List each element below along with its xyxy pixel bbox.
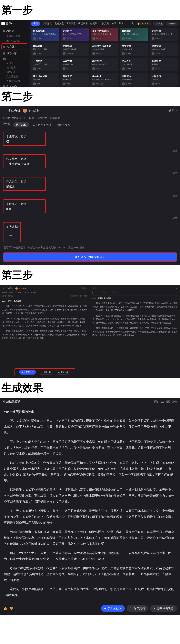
regen-link[interactable]: 重新生成 (消耗2积分)	[71, 294, 88, 297]
card-desc: 生成绘画提示词	[92, 48, 117, 50]
my-item-4[interactable]: 人像美化记录	[1, 79, 27, 83]
card-desc: 智能续写后续内容	[63, 48, 87, 50]
my-item-1[interactable]: 稿纸记录	[1, 66, 27, 70]
card-avatar	[92, 37, 95, 40]
creation-icon	[3, 52, 5, 54]
regen-link[interactable]: ↻ 重新生成 (消耗2积分)	[150, 400, 177, 404]
card-desc: 根据类型生成稿子	[92, 63, 117, 66]
sidebar-center[interactable]: 个人中心	[1, 84, 27, 86]
template-card-4[interactable]: 文本扩写短句扩成一篇打动人心文章创作大师	[150, 28, 178, 41]
card-title: 邮件帮写	[152, 44, 176, 48]
tab-5[interactable]: 短视频	[90, 22, 97, 25]
back-icon[interactable]: ←	[3, 109, 6, 112]
example-tab-2[interactable]: 财富与道德	[55, 122, 73, 128]
type-input[interactable]	[6, 185, 43, 188]
recharge-button[interactable]: 立即充值	[153, 22, 164, 26]
sidebar-sub2[interactable]: 图片生成图片	[1, 39, 27, 43]
tool-icon[interactable]	[119, 291, 121, 294]
sidebar-home[interactable]: AI首页	[1, 28, 27, 34]
template-card-6[interactable]: 文本续写智能续写后续内容杰克先生	[61, 43, 89, 56]
underline-icon[interactable]	[101, 291, 104, 294]
tab-2[interactable]: 电商文案	[55, 22, 64, 25]
page-subtitle: AI生成作文题目、评分标准、优秀范文，篇篇精彩	[0, 115, 180, 122]
tab-1[interactable]: 媒体运营	[43, 22, 52, 25]
sidebar-creation[interactable]: AI绘作馆	[1, 50, 27, 56]
clear-words[interactable]: 清空	[0, 216, 180, 220]
tab-3[interactable]: 工作效率	[66, 22, 76, 25]
share-icon: ↗	[175, 109, 177, 112]
strike-icon[interactable]	[105, 291, 108, 294]
sidebar: 篇章AI AI首页 文字生成图片 图片生成图片 AI文案 AI绘作馆 我的 全作…	[0, 20, 29, 86]
template-card-9[interactable]: 邮件帮写智能生成邮件内容清水AI	[150, 43, 178, 56]
template-card-3[interactable]: 爆款标题根据文案生成爆款标题清水AI	[120, 28, 148, 41]
template-card-7[interactable]: AI绘画提示词生成生成绘画提示词序列AI	[90, 43, 118, 56]
words-input[interactable]	[6, 208, 43, 211]
template-card-10[interactable]: 工作总结一键高质工作总结清水AI	[31, 58, 59, 71]
italic-icon[interactable]	[97, 291, 99, 294]
template-card-16[interactable]: 翻译专家多语种互译名嘴AI	[61, 73, 89, 86]
bold-icon[interactable]	[92, 291, 95, 294]
editor-panel: 文档 ＋ ### 一张照片里的故事 照片，是我们生活中的小小窗口。它定格了时光的…	[90, 285, 180, 378]
share-icon[interactable]: 分享 ↗	[81, 287, 88, 290]
tab-all[interactable]: 全部	[31, 22, 40, 26]
field-type: 作文类型（必填）	[3, 177, 46, 191]
my-item-0[interactable]: 全作品	[1, 61, 27, 65]
template-card-18[interactable]: 万能评语一键生成评语清水AI	[120, 73, 148, 86]
dislike-icon[interactable]: 👎	[9, 606, 13, 610]
example-tab-0[interactable]: 快乐成长	[13, 122, 29, 128]
card-title: 产品介绍	[122, 60, 146, 63]
clear-grade[interactable]: 清空	[0, 149, 180, 153]
share-button[interactable]: 分享 ↗	[169, 109, 177, 112]
tab-8[interactable]: 其它	[119, 22, 123, 25]
publish-button[interactable]: ✈ 公开至社区	[19, 370, 36, 374]
grade-input[interactable]	[6, 140, 43, 143]
my-item-2[interactable]: 购买记录	[1, 70, 27, 74]
save-button[interactable]: 🗂 保存文档	[38, 370, 53, 374]
card-desc: 短句扩成一篇打动人心文章	[152, 33, 176, 36]
step4-title: 生成效果	[0, 378, 180, 398]
upload-button[interactable]: ☁	[6, 230, 15, 239]
tab-7[interactable]: 教学	[112, 22, 116, 25]
card-avatar	[63, 52, 66, 55]
tab-6[interactable]: 广告文案	[100, 22, 109, 25]
template-card-15[interactable]: 商业机会洞察洞察商机清水AI	[31, 73, 59, 86]
sidebar-sub1[interactable]: 文字生成图片	[1, 34, 27, 38]
card-title: 稿件生成	[92, 60, 117, 63]
add-editor-button[interactable]: ＋ 添加到编辑器	[150, 605, 177, 612]
tool-icon[interactable]	[110, 291, 112, 294]
tool-icon[interactable]	[114, 291, 117, 294]
publish-button[interactable]: ✈ 公开至社区	[101, 605, 125, 612]
clear-topic[interactable]: 清空	[0, 171, 180, 176]
clear-type[interactable]: 清空	[0, 194, 180, 198]
card-avatar	[152, 82, 155, 85]
template-card-2[interactable]: 小红书种草笔记自动生成小红书风格文案超级AI	[90, 28, 118, 41]
back-icon[interactable]: ←	[2, 287, 4, 290]
template-card-8[interactable]: 爽文大神生成爽文故事清水AI	[120, 43, 148, 56]
start-button[interactable]: 开始创作（消耗2积分）	[3, 252, 177, 262]
template-card-0[interactable]: 短视频脚本只需一个主题生成短视频脚本清水AI	[31, 28, 59, 41]
editor-body[interactable]: ### 一张照片里的故事 照片，是我们生活中的小小窗口。它定格了时光的瞬间，记录…	[92, 297, 178, 337]
example-tab-1[interactable]: 人生追梦正当时	[30, 122, 54, 128]
search-icon[interactable]: 🔍	[131, 22, 134, 25]
template-card-19[interactable]: 心得总结心得体会清水AI	[150, 73, 178, 86]
upload-button[interactable]: 上传作品	[166, 22, 178, 26]
topic-input[interactable]	[6, 162, 43, 166]
template-card-12[interactable]: 稿件生成根据类型生成稿子清水AI	[90, 58, 118, 71]
template-card-14[interactable]: 劳动报告生成报告清水AI	[150, 58, 178, 71]
panel-desc: AI生成作文题目、评分标准、优秀范文，篇篇精彩	[2, 291, 88, 294]
my-item-3[interactable]: 文生图记录	[1, 74, 27, 79]
save-button[interactable]: 🗂 保存文档	[127, 605, 148, 612]
template-card-17[interactable]: 学生作文AI生成作文题目评分标准火焰之舞	[90, 73, 118, 86]
sidebar-ai-writer[interactable]: AI文案	[1, 43, 27, 50]
card-title: AI绘画提示词生成	[92, 44, 117, 48]
doc-tab[interactable]: 文档	[92, 287, 96, 290]
add-icon[interactable]: ＋	[176, 287, 178, 290]
tab-4[interactable]: 生活娱乐	[78, 22, 88, 25]
like-icon[interactable]: 👍	[3, 606, 7, 610]
template-card-13[interactable]: 产品介绍一键产品说明清水AI	[120, 58, 148, 71]
template-card-1[interactable]: 文本润色输入文段，帮你润色更佳清水AI	[61, 28, 89, 41]
template-card-5[interactable]: 现场展现帮助打造成长展板清水AI	[31, 43, 59, 56]
regen-button[interactable]: ↻ 重新生成	[56, 370, 71, 374]
essay-title: ### 一张照片里的故事	[2, 300, 88, 303]
template-card-11[interactable]: 运营方案活动运营方案清水AI	[61, 58, 89, 71]
